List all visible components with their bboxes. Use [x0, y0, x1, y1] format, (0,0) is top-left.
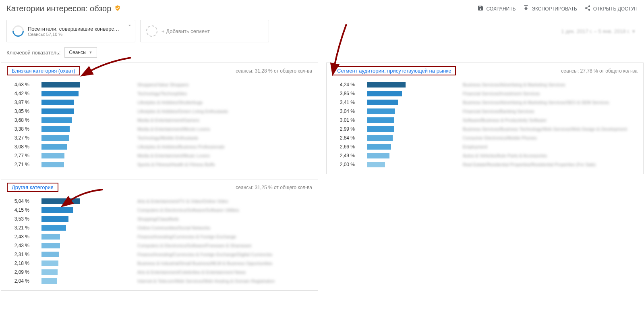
row-percent: 2,99 %: [331, 126, 367, 132]
row-percent: 2,18 %: [5, 260, 41, 266]
panel-title-link[interactable]: Близкая категория (охват): [10, 67, 77, 75]
row-percent: 4,15 %: [5, 207, 41, 213]
row-label: Finance/Investing/Currencies & Foreign E…: [130, 234, 314, 239]
row-percent: 2,09 %: [5, 269, 41, 275]
row-percent: 3,08 %: [5, 144, 41, 150]
row-percent: 2,04 %: [5, 278, 41, 284]
bar-row[interactable]: 2,04 %Internet & Telecom/Web Services/We…: [5, 277, 314, 285]
row-label: Financial Services/Investment Services: [456, 91, 639, 96]
row-label: Business Services/Advertising & Marketin…: [456, 100, 639, 105]
row-bar-track: [41, 144, 130, 150]
row-bar-track: [41, 207, 130, 213]
add-segment-label: + Добавить сегмент: [162, 28, 210, 34]
bar-row[interactable]: 2,84 %Consumer Electronics/Mobile Phones: [331, 133, 639, 142]
row-bar-track: [41, 243, 130, 248]
row-bar-track: [41, 198, 130, 204]
row-bar-track: [41, 260, 130, 266]
add-segment-button[interactable]: + Добавить сегмент: [140, 20, 269, 42]
bar-row[interactable]: 2,77 %Media & Entertainment/Music Lovers: [5, 151, 314, 160]
page-title: Категории интересов: обзор: [6, 4, 111, 13]
bar-row[interactable]: 4,24 %Business Services/Advertising & Ma…: [331, 80, 639, 89]
metric-row: Ключевой показатель: Сеансы ▼: [0, 47, 644, 63]
bar-row[interactable]: 3,85 %Lifestyles & Hobbies/Green Living …: [5, 107, 314, 116]
row-bar-track: [41, 234, 130, 240]
bar-row[interactable]: 3,87 %Lifestyles & Hobbies/Shutterbugs: [5, 98, 314, 107]
bar-row[interactable]: 2,00 %Real Estate/Residential Properties…: [331, 160, 639, 169]
date-range-picker[interactable]: 1 дек. 2017 г. – 5 янв. 2018 г. ▾: [561, 20, 638, 42]
bar-row[interactable]: 2,43 %Computers & Electronics/Software/F…: [5, 241, 314, 250]
row-bar: [41, 243, 60, 248]
row-bar-track: [367, 153, 456, 158]
row-label: Computers & Electronics/Software/Freewar…: [130, 243, 314, 248]
row-bar-track: [367, 117, 456, 123]
chevron-down-icon[interactable]: [127, 23, 133, 29]
row-bar: [41, 260, 58, 266]
row-bar: [41, 234, 60, 240]
segment-name: Посетители, совершившие конверс…: [28, 26, 119, 32]
bar-row[interactable]: 2,49 %Autos & Vehicles/Auto Parts & Acce…: [331, 151, 639, 160]
primary-segment[interactable]: Посетители, совершившие конверс… Сеансы:…: [6, 20, 135, 42]
bar-row[interactable]: 3,41 %Business Services/Advertising & Ma…: [331, 98, 639, 107]
row-bar-track: [367, 144, 456, 150]
row-bar-track: [367, 91, 456, 96]
bar-row[interactable]: 3,08 %Lifestyles & Hobbies/Business Prof…: [5, 142, 314, 151]
bar-row[interactable]: 5,04 %Arts & Entertainment/TV & Video/On…: [5, 197, 314, 206]
bar-row[interactable]: 2,43 %Finance/Investing/Currencies & For…: [5, 232, 314, 241]
bar-row[interactable]: 3,21 %Online Communities/Social Networks: [5, 223, 314, 232]
row-bar-track: [41, 216, 130, 222]
row-bar-track: [367, 100, 456, 105]
bar-row[interactable]: 4,42 %Technology/Technophiles: [5, 89, 314, 98]
row-bar: [367, 144, 391, 150]
row-label: Lifestyles & Hobbies/Shutterbugs: [130, 100, 314, 105]
row-percent: 3,41 %: [331, 100, 367, 105]
row-label: Media & Entertainment/Gamers: [130, 118, 314, 123]
row-label: Online Communities/Social Networks: [130, 225, 314, 230]
bar-row[interactable]: 4,15 %Computers & Electronics/Software/S…: [5, 206, 314, 215]
bar-row[interactable]: 2,66 %Employment: [331, 142, 639, 151]
row-bar: [41, 117, 72, 123]
row-label: Shoppers/Value Shoppers: [130, 82, 314, 87]
row-bar-track: [367, 135, 456, 141]
bar-row[interactable]: 2,71 %Sports & Fitness/Health & Fitness …: [5, 160, 314, 169]
row-bar: [367, 117, 394, 123]
row-percent: 2,66 %: [331, 144, 367, 150]
row-percent: 2,43 %: [5, 234, 41, 240]
bar-row[interactable]: 3,38 %Media & Entertainment/Movie Lovers: [5, 125, 314, 133]
bar-row[interactable]: 4,63 %Shoppers/Value Shoppers: [5, 80, 314, 89]
export-button[interactable]: ЭКСПОРТИРОВАТЬ: [523, 5, 577, 13]
share-button[interactable]: ОТКРЫТЬ ДОСТУП: [584, 5, 638, 13]
panel-title-highlight: Сегмент аудитории, присутствующей на рын…: [332, 66, 456, 75]
bar-row[interactable]: 3,01 %Software/Business & Productivity S…: [331, 116, 639, 125]
chevron-down-icon: ▾: [632, 28, 635, 34]
row-bar: [41, 216, 68, 222]
bar-row[interactable]: 3,86 %Financial Services/Investment Serv…: [331, 89, 639, 98]
row-bar: [367, 100, 398, 105]
row-percent: 4,63 %: [5, 82, 41, 88]
export-label: ЭКСПОРТИРОВАТЬ: [532, 6, 577, 12]
bar-list: 5,04 %Arts & Entertainment/TV & Video/On…: [1, 195, 318, 290]
row-percent: 2,00 %: [331, 162, 367, 167]
panel-title-highlight: Другая категория: [7, 183, 58, 192]
metric-value: Сеансы: [69, 50, 86, 55]
share-icon: [584, 5, 591, 13]
row-label: Computers & Electronics/Software/Softwar…: [130, 208, 314, 213]
bar-row[interactable]: 2,31 %Finance/Investing/Currencies & For…: [5, 250, 314, 259]
bar-row[interactable]: 3,27 %Technology/Mobile Enthusiasts: [5, 133, 314, 142]
save-button[interactable]: СОХРАНИТЬ: [477, 5, 516, 13]
row-bar-track: [367, 82, 456, 88]
row-percent: 3,86 %: [331, 91, 367, 96]
bar-row[interactable]: 2,99 %Business Services/Business Technol…: [331, 125, 639, 133]
bar-row[interactable]: 2,18 %Business & Industrial/Small Busine…: [5, 259, 314, 268]
bar-row[interactable]: 3,68 %Media & Entertainment/Gamers: [5, 116, 314, 125]
bar-row[interactable]: 3,53 %Shopping/Classifieds: [5, 215, 314, 223]
row-bar: [41, 153, 64, 158]
row-bar: [367, 126, 394, 132]
panel-title-link[interactable]: Другая категория: [10, 183, 55, 191]
row-bar: [367, 91, 402, 96]
bar-row[interactable]: 3,04 %Financial Services/Banking Service…: [331, 107, 639, 116]
row-bar: [41, 252, 59, 257]
panel-title-link[interactable]: Сегмент аудитории, присутствующей на рын…: [335, 67, 453, 75]
panel-header: Другая категориясеансы: 31,25 % от общег…: [1, 179, 318, 195]
bar-row[interactable]: 2,09 %Arts & Entertainment/Celebrities &…: [5, 268, 314, 277]
metric-select[interactable]: Сеансы ▼: [64, 47, 97, 58]
